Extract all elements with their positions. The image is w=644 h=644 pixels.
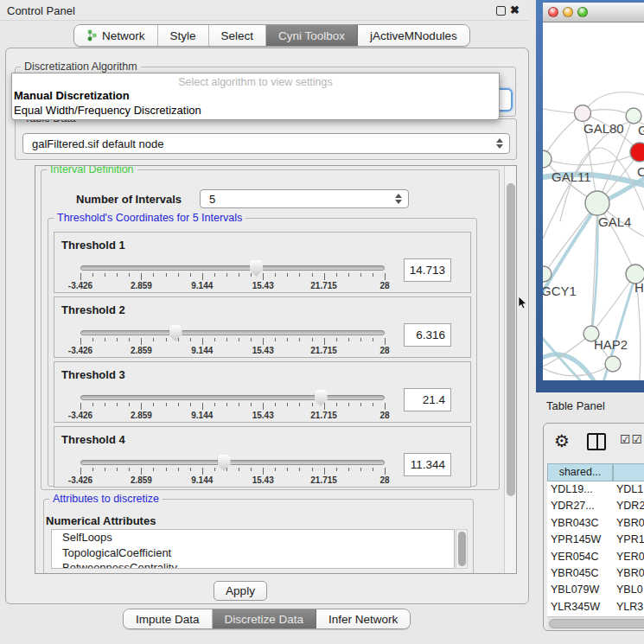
cell-name[interactable]: YER0	[613, 549, 644, 565]
table-row[interactable]: YPR145WYPR1	[547, 532, 644, 548]
scrollbar-thumb[interactable]	[507, 183, 515, 496]
cell-name[interactable]: YLR3	[613, 599, 644, 615]
tick-label: 9.144	[191, 411, 213, 420]
network-graph[interactable]: GAL80GCGAL11GAL4GCY1HHAP2	[543, 22, 644, 380]
spinner-arrows-icon	[496, 138, 503, 149]
column-header-name[interactable]: n	[613, 463, 644, 481]
network-node[interactable]	[605, 356, 621, 372]
table-header-row: shared... n	[547, 463, 644, 481]
network-node[interactable]	[543, 150, 552, 168]
popup-option-equal-width[interactable]: Equal Width/Frequency Discretization	[12, 103, 499, 118]
threshold-value-field[interactable]: 14.713	[404, 258, 451, 282]
cell-shared-name[interactable]: YPR145W	[547, 532, 613, 548]
cell-name[interactable]: YBL0	[613, 582, 644, 598]
attribute-list-item[interactable]: TopologicalCoefficient	[52, 545, 454, 561]
network-edge[interactable]	[544, 203, 597, 274]
cell-shared-name[interactable]: YBR043C	[547, 515, 613, 532]
tick-label: 21.715	[310, 281, 337, 290]
network-node[interactable]	[575, 105, 591, 122]
cell-name[interactable]: YBR0	[613, 565, 644, 582]
table-row[interactable]: YBR043CYBR0	[547, 515, 644, 532]
list-scrollbar[interactable]	[456, 529, 468, 569]
cell-name[interactable]: YDR2	[613, 498, 644, 514]
gear-icon[interactable]: ⚙	[554, 430, 570, 451]
network-edge[interactable]	[591, 274, 635, 334]
settings-scroll-viewport: Interval Definition Number of Intervals …	[35, 165, 517, 574]
cell-shared-name[interactable]: YBL079W	[547, 582, 613, 598]
close-icon[interactable]: ✖	[510, 3, 520, 16]
mouse-cursor	[518, 296, 528, 310]
table-row[interactable]: YDR27...YDR2	[547, 498, 644, 514]
network-icon	[86, 29, 98, 41]
threshold-value-field[interactable]: 11.344	[404, 453, 451, 476]
app-window: Control Panel ✖ Network Style Select Cyn…	[0, 0, 644, 644]
slider-track[interactable]	[80, 330, 385, 335]
threshold-value-field[interactable]: 6.316	[404, 323, 451, 347]
number-of-intervals-combobox[interactable]: 5	[200, 189, 409, 208]
node-label: C	[637, 164, 644, 179]
tab-impute-data[interactable]: Impute Data	[124, 609, 213, 628]
node-label: GAL80	[583, 121, 624, 136]
popup-option-manual[interactable]: Manual Discretization	[12, 88, 499, 103]
slider-track[interactable]	[80, 265, 385, 271]
tab-discretize-data[interactable]: Discretize Data	[213, 609, 317, 628]
table-data-group: Table Data galFiltered.sif default node	[15, 118, 517, 160]
slider-track[interactable]	[80, 395, 385, 400]
close-traffic-light[interactable]	[548, 7, 558, 17]
float-window-icon[interactable]	[496, 6, 506, 16]
node-label: G	[638, 123, 644, 137]
table-row[interactable]: YBL079WYBL0	[547, 582, 644, 598]
vertical-scrollbar[interactable]	[504, 166, 516, 573]
tick-label: -3.426	[68, 411, 92, 420]
attribute-list-item[interactable]: BetweennessCentrality	[52, 560, 454, 569]
show-columns-icon[interactable]	[587, 433, 606, 450]
cell-name[interactable]: YDL1	[613, 481, 644, 498]
scrollbar-thumb[interactable]	[549, 619, 644, 628]
table-row[interactable]: YDL19...YDL1	[547, 481, 644, 498]
tab-network[interactable]: Network	[74, 25, 158, 46]
network-window-titlebar[interactable]	[543, 3, 644, 22]
tick-label: 2.859	[131, 411, 152, 420]
minimize-traffic-light[interactable]	[563, 7, 573, 17]
network-node[interactable]	[626, 108, 641, 124]
table-row[interactable]: YBR045CYBR0	[547, 565, 644, 582]
tab-jactivemnodules[interactable]: jActiveMNodules	[358, 25, 469, 46]
cell-shared-name[interactable]: YER054C	[547, 549, 613, 565]
cell-shared-name[interactable]: YDL19...	[547, 481, 613, 498]
zoom-traffic-light[interactable]	[577, 7, 588, 17]
network-canvas[interactable]: GAL80GCGAL11GAL4GCY1HHAP2	[543, 22, 644, 380]
attribute-list-item[interactable]: SelfLoops	[52, 530, 454, 545]
cell-shared-name[interactable]: YBR045C	[547, 565, 613, 582]
network-edge[interactable]	[543, 364, 613, 376]
node-label: GAL4	[598, 214, 631, 229]
cell-shared-name[interactable]: YLR345W	[547, 599, 613, 615]
table-data-combobox[interactable]: galFiltered.sif default node	[22, 133, 510, 154]
cyni-toolbox-panel: Discretization Algorithm Table Data galF…	[5, 48, 529, 604]
spinner-arrows-icon	[395, 194, 402, 204]
apply-button[interactable]: Apply	[214, 581, 267, 601]
network-view-window: GAL80GCGAL11GAL4GCY1HHAP2	[536, 0, 644, 392]
tab-style[interactable]: Style	[158, 25, 209, 46]
select-columns-icon[interactable]: ☑☑	[620, 432, 643, 446]
threshold-value-field[interactable]: 21.4	[404, 388, 451, 411]
column-header-shared-name[interactable]: shared...	[547, 463, 613, 481]
numerical-attributes-list[interactable]: SelfLoopsTopologicalCoefficientBetweenne…	[51, 529, 455, 569]
slider-track[interactable]	[80, 460, 385, 465]
tab-select[interactable]: Select	[209, 25, 267, 46]
tab-infer-network[interactable]: Infer Network	[316, 609, 410, 628]
cell-name[interactable]: YPR1	[613, 532, 644, 548]
tick-label: 28	[379, 281, 389, 290]
network-edge[interactable]	[543, 334, 591, 368]
threshold-row: Threshold 1-3.4262.8599.14415.4321.71528…	[54, 232, 471, 293]
thresholds-group-label: Threshold's Coordinates for 5 Intervals	[54, 212, 245, 224]
table-toolbar: ⚙ ☑☑	[544, 424, 644, 463]
table-row[interactable]: YLR345WYLR3	[547, 599, 644, 615]
cell-shared-name[interactable]: YDR27...	[547, 498, 613, 514]
network-node[interactable]	[585, 191, 609, 215]
network-node[interactable]	[630, 143, 644, 162]
cell-name[interactable]: YBR0	[613, 515, 644, 532]
tab-cyni-toolbox[interactable]: Cyni Toolbox	[266, 25, 358, 46]
horizontal-scrollbar[interactable]	[547, 616, 644, 629]
table-row[interactable]: YER054CYER0	[547, 549, 644, 565]
tick-label: -3.426	[68, 281, 92, 290]
